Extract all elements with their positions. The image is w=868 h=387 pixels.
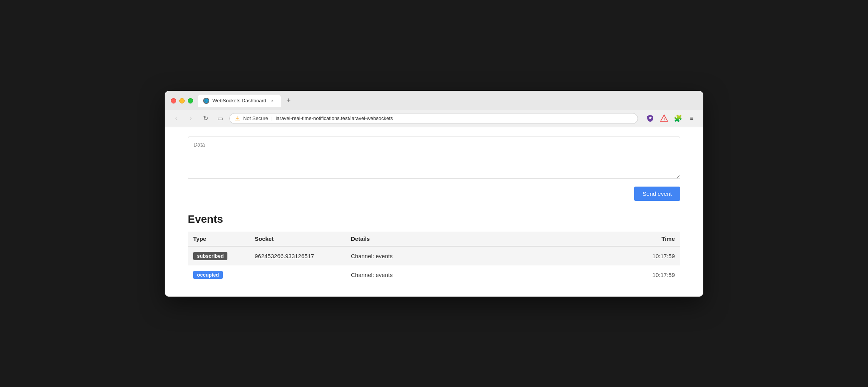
event-type-cell: occupied bbox=[188, 265, 249, 284]
brave-update-button[interactable]: ! bbox=[659, 113, 669, 124]
extensions-button[interactable]: 🧩 bbox=[673, 113, 683, 124]
bookmark-icon: ▭ bbox=[217, 115, 223, 122]
col-header-type: Type bbox=[188, 232, 249, 246]
minimize-button[interactable] bbox=[179, 98, 185, 103]
send-event-button[interactable]: Send event bbox=[634, 187, 680, 201]
security-icon: ⚠ bbox=[235, 115, 240, 122]
send-row: Send event bbox=[188, 187, 680, 201]
back-button[interactable]: ‹ bbox=[171, 113, 182, 124]
event-socket-cell bbox=[249, 265, 346, 284]
not-secure-text: Not Secure bbox=[243, 115, 268, 121]
events-tbody: subscribed962453266.933126517Channel: ev… bbox=[188, 246, 680, 284]
tab-label: WebSockets Dashboard bbox=[212, 98, 266, 103]
address-bar[interactable]: ⚠ Not Secure | laravel-real-time-notific… bbox=[229, 113, 638, 124]
event-type-badge: occupied bbox=[193, 271, 223, 279]
tab-favicon: 🌐 bbox=[203, 98, 209, 104]
title-bar: 🌐 WebSockets Dashboard × + bbox=[165, 91, 703, 110]
event-socket-cell: 962453266.933126517 bbox=[249, 246, 346, 265]
event-details-cell: Channel: events bbox=[346, 265, 634, 284]
maximize-button[interactable] bbox=[188, 98, 193, 103]
address-url: laravel-real-time-notifications.test/lar… bbox=[275, 115, 393, 121]
event-time-cell: 10:17:59 bbox=[634, 246, 680, 265]
address-separator: | bbox=[271, 115, 272, 121]
event-type-cell: subscribed bbox=[188, 246, 249, 265]
hamburger-icon: ≡ bbox=[690, 115, 693, 122]
event-type-badge: subscribed bbox=[193, 252, 227, 260]
page-content: Send event Events Type Socket Details Ti… bbox=[165, 127, 703, 297]
tab-close-button[interactable]: × bbox=[269, 98, 275, 104]
menu-button[interactable]: ≡ bbox=[686, 113, 697, 124]
browser-actions: ! 🧩 ≡ bbox=[645, 113, 697, 124]
bookmark-button[interactable]: ▭ bbox=[215, 113, 225, 124]
events-section-title: Events bbox=[188, 213, 680, 225]
reload-icon: ↻ bbox=[203, 115, 208, 122]
col-header-socket: Socket bbox=[249, 232, 346, 246]
tabs-row: 🌐 WebSockets Dashboard × + bbox=[198, 95, 295, 107]
close-button[interactable] bbox=[171, 98, 176, 103]
table-row: occupiedChannel: events10:17:59 bbox=[188, 265, 680, 284]
table-row: subscribed962453266.933126517Channel: ev… bbox=[188, 246, 680, 265]
brave-shield-button[interactable] bbox=[645, 113, 656, 124]
forward-icon: › bbox=[190, 115, 192, 122]
col-header-time: Time bbox=[634, 232, 680, 246]
data-textarea[interactable] bbox=[188, 137, 680, 179]
events-table: Type Socket Details Time subscribed96245… bbox=[188, 232, 680, 284]
nav-bar: ‹ › ↻ ▭ ⚠ Not Secure | laravel-real-time… bbox=[165, 110, 703, 127]
svg-text:!: ! bbox=[664, 117, 665, 121]
update-icon: ! bbox=[660, 114, 668, 123]
new-tab-button[interactable]: + bbox=[282, 95, 295, 107]
col-header-details: Details bbox=[346, 232, 634, 246]
browser-window: 🌐 WebSockets Dashboard × + ‹ › ↻ ▭ ⚠ Not… bbox=[165, 91, 703, 297]
reload-button[interactable]: ↻ bbox=[200, 113, 211, 124]
traffic-lights bbox=[171, 98, 193, 103]
table-header-row: Type Socket Details Time bbox=[188, 232, 680, 246]
forward-button[interactable]: › bbox=[185, 113, 196, 124]
event-details-cell: Channel: events bbox=[346, 246, 634, 265]
event-time-cell: 10:17:59 bbox=[634, 265, 680, 284]
back-icon: ‹ bbox=[175, 115, 177, 122]
extensions-icon: 🧩 bbox=[674, 114, 682, 123]
brave-shield-icon bbox=[646, 114, 654, 123]
active-tab[interactable]: 🌐 WebSockets Dashboard × bbox=[198, 95, 281, 107]
